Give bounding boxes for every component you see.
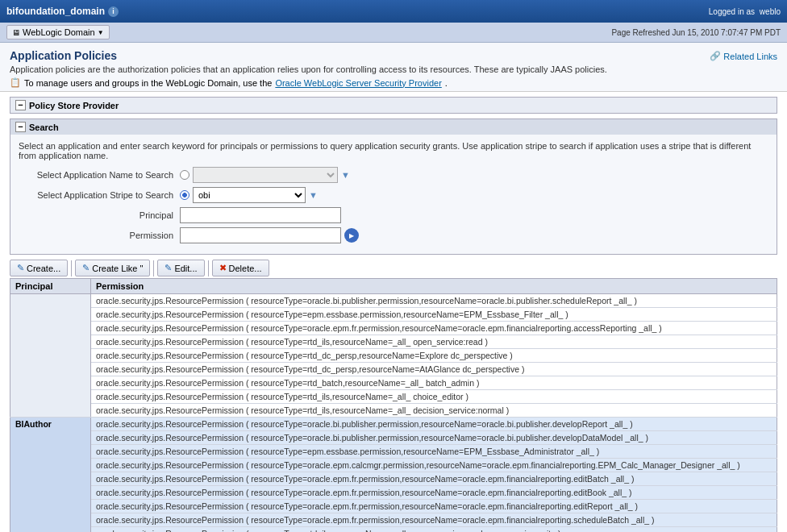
weblogic-domain-label: WebLogic Domain	[23, 27, 95, 37]
permission-cell: oracle.security.jps.ResourcePermission (…	[91, 322, 777, 335]
app-name-control: ▼	[180, 167, 350, 183]
table-row[interactable]: oracle.security.jps.ResourcePermission (…	[10, 513, 777, 527]
page-refreshed-label: Page Refreshed Jun 15, 2010 7:07:47 PM P…	[611, 28, 781, 37]
create-button[interactable]: ✎ Create...	[10, 260, 68, 276]
table-row[interactable]: oracle.security.jps.ResourcePermission (…	[10, 472, 777, 486]
permission-cell: oracle.security.jps.ResourcePermission (…	[91, 445, 777, 459]
subheader: 🖥 WebLogic Domain ▼ Page Refreshed Jun 1…	[0, 23, 787, 43]
radio-app-stripe[interactable]	[180, 190, 189, 200]
page-title-block: Application Policies Application policie…	[10, 49, 607, 88]
results-table: Principal Permission oracle.security.jps…	[10, 278, 777, 532]
principal-input[interactable]	[180, 207, 341, 223]
permission-cell: oracle.security.jps.ResourcePermission (…	[91, 390, 777, 404]
delete-label: Delete...	[229, 264, 262, 273]
permission-label: Permission	[19, 231, 180, 240]
radio-app-name[interactable]	[180, 170, 189, 180]
principal-control	[180, 207, 341, 223]
toolbar-separator-3	[208, 260, 209, 276]
principal-label: Principal	[19, 210, 180, 220]
table-row[interactable]: oracle.security.jps.ResourcePermission (…	[10, 390, 777, 404]
table-row[interactable]: oracle.security.jps.ResourcePermission (…	[10, 294, 777, 308]
table-row[interactable]: oracle.security.jps.ResourcePermission (…	[10, 322, 777, 335]
delete-button[interactable]: ✖ Delete...	[212, 260, 269, 276]
permission-cell: oracle.security.jps.ResourcePermission (…	[91, 376, 777, 390]
permission-cell: oracle.security.jps.ResourcePermission (…	[91, 527, 777, 533]
table-row[interactable]: oracle.security.jps.ResourcePermission (…	[10, 500, 777, 513]
app-name-select[interactable]	[193, 167, 338, 183]
table-row[interactable]: oracle.security.jps.ResourcePermission (…	[10, 459, 777, 472]
app-stripe-row: Select Application Stripe to Search obi …	[19, 187, 768, 203]
arrow-icon: 📋	[10, 77, 21, 88]
table-row[interactable]: oracle.security.jps.ResourcePermission (…	[10, 335, 777, 349]
header-left: bifoundation_domain i	[6, 6, 119, 17]
policy-store-toggle-icon[interactable]: −	[15, 100, 26, 110]
edit-button[interactable]: ✎ Edit...	[157, 260, 204, 276]
permission-cell: oracle.security.jps.ResourcePermission (…	[91, 404, 777, 418]
related-links[interactable]: 🔗 Related Links	[710, 51, 777, 61]
table-row[interactable]: oracle.security.jps.ResourcePermission (…	[10, 431, 777, 445]
permission-cell: oracle.security.jps.ResourcePermission (…	[91, 486, 777, 500]
search-button[interactable]	[344, 228, 359, 243]
security-provider-link[interactable]: Oracle WebLogic Server Security Provider	[275, 78, 441, 88]
weblogic-domain-menu[interactable]: 🖥 WebLogic Domain ▼	[6, 25, 110, 39]
header-right: Logged in as weblo	[709, 7, 781, 16]
table-row[interactable]: oracle.security.jps.ResourcePermission (…	[10, 527, 777, 533]
permission-cell: oracle.security.jps.ResourcePermission (…	[91, 349, 777, 363]
main-content: Application Policies Application policie…	[0, 43, 787, 532]
search-header[interactable]: − Search	[10, 119, 777, 135]
policy-store-header[interactable]: − Policy Store Provider	[10, 98, 777, 113]
permission-cell: oracle.security.jps.ResourcePermission (…	[91, 431, 777, 445]
app-name-row: Select Application Name to Search ▼	[19, 167, 768, 183]
permission-cell: oracle.security.jps.ResourcePermission (…	[91, 472, 777, 486]
search-section: − Search Select an application and enter…	[10, 118, 777, 255]
search-content: Select an application and enter search k…	[10, 135, 777, 254]
create-like-button[interactable]: ✎ Create Like "	[75, 260, 150, 276]
permission-row: Permission	[19, 227, 768, 243]
principal-cell: BIAuthor	[10, 418, 91, 533]
app-stripe-control: obi ▼	[180, 187, 318, 203]
search-label: Search	[29, 123, 59, 132]
table-header: Principal Permission	[10, 279, 777, 294]
table-body: oracle.security.jps.ResourcePermission (…	[10, 294, 777, 533]
page-header: Application Policies Application policie…	[0, 43, 787, 92]
logged-in-label: Logged in as	[709, 7, 755, 16]
permission-cell: oracle.security.jps.ResourcePermission (…	[91, 363, 777, 376]
app-name-label: Select Application Name to Search	[19, 170, 180, 180]
app-stripe-select[interactable]: obi	[193, 187, 306, 203]
stripe-dropdown-icon: ▼	[309, 190, 318, 200]
table-row[interactable]: oracle.security.jps.ResourcePermission (…	[10, 404, 777, 418]
col-header-permission: Permission	[91, 279, 777, 294]
domain-name[interactable]: bifoundation_domain	[6, 6, 105, 17]
edit-label: Edit...	[174, 264, 197, 273]
create-label: Create...	[27, 264, 60, 273]
permission-input[interactable]	[180, 227, 341, 243]
info-icon[interactable]: i	[108, 6, 119, 17]
table-row[interactable]: oracle.security.jps.ResourcePermission (…	[10, 349, 777, 363]
header: bifoundation_domain i Logged in as weblo	[0, 0, 787, 23]
permission-control	[180, 227, 359, 243]
search-toggle-icon[interactable]: −	[15, 122, 26, 132]
table-row[interactable]: oracle.security.jps.ResourcePermission (…	[10, 363, 777, 376]
related-links-label: Related Links	[723, 52, 777, 61]
table-row[interactable]: BIAuthororacle.security.jps.ResourcePerm…	[10, 418, 777, 431]
permission-cell: oracle.security.jps.ResourcePermission (…	[91, 500, 777, 513]
table-header-row: Principal Permission	[10, 279, 777, 294]
dropdown-icon: ▼	[341, 170, 350, 180]
page-title: Application Policies	[10, 49, 607, 62]
table-row[interactable]: oracle.security.jps.ResourcePermission (…	[10, 486, 777, 500]
link-icon: 🔗	[710, 51, 721, 61]
permission-cell: oracle.security.jps.ResourcePermission (…	[91, 308, 777, 322]
table-row[interactable]: oracle.security.jps.ResourcePermission (…	[10, 308, 777, 322]
policy-store-section: − Policy Store Provider	[10, 97, 777, 114]
permission-cell: oracle.security.jps.ResourcePermission (…	[91, 418, 777, 431]
edit-icon: ✎	[164, 263, 172, 273]
delete-icon: ✖	[219, 263, 227, 273]
app-stripe-label: Select Application Stripe to Search	[19, 190, 180, 200]
permission-cell: oracle.security.jps.ResourcePermission (…	[91, 335, 777, 349]
principal-row: Principal	[19, 207, 768, 223]
table-row[interactable]: oracle.security.jps.ResourcePermission (…	[10, 445, 777, 459]
toolbar-separator-2	[153, 260, 154, 276]
manage-link-row: 📋 To manage users and groups in the WebL…	[10, 77, 607, 88]
toolbar-separator-1	[71, 260, 72, 276]
table-row[interactable]: oracle.security.jps.ResourcePermission (…	[10, 376, 777, 390]
